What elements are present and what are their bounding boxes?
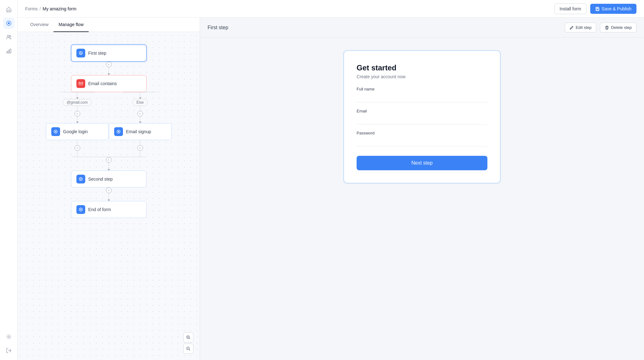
- flow-panel: Overview Manage flow First step: [18, 18, 200, 360]
- svg-point-17: [80, 178, 81, 180]
- save-publish-button[interactable]: Save & Publish: [590, 4, 636, 14]
- email-contains-icon: [76, 79, 85, 88]
- connector-2: [106, 157, 112, 171]
- svg-rect-6: [10, 49, 11, 53]
- logout-icon[interactable]: [3, 345, 14, 356]
- sidebar: [0, 0, 18, 360]
- line-1: [108, 67, 109, 74]
- second-step-label: Second step: [88, 177, 113, 182]
- svg-rect-8: [597, 7, 598, 8]
- gmail-branch-label[interactable]: @gmail.com: [63, 99, 92, 106]
- content-area: Overview Manage flow First step: [18, 18, 644, 360]
- breadcrumb-form-name: My amazing form: [43, 6, 76, 11]
- svg-rect-9: [596, 9, 599, 10]
- add-connector-1[interactable]: [106, 62, 112, 67]
- else-branch-label[interactable]: Else: [132, 99, 148, 106]
- svg-point-1: [8, 22, 10, 24]
- add-connector-right[interactable]: [137, 111, 143, 117]
- email-signup-label: Email signup: [126, 129, 151, 134]
- main-content: Forms / My amazing form Install form Sav…: [18, 0, 644, 360]
- first-step-label: First step: [88, 51, 107, 56]
- delete-step-button[interactable]: Delete step: [600, 23, 636, 32]
- email-contains-label: Email contains: [88, 81, 117, 86]
- step-title: First step: [208, 25, 228, 30]
- svg-point-13: [55, 131, 56, 132]
- form-card: Get started Create your account now Full…: [343, 50, 501, 183]
- google-login-label: Google login: [63, 129, 88, 134]
- branch-container: @gmail.com: [24, 92, 193, 157]
- flow-nodes: First step Email contains: [24, 45, 193, 218]
- tab-overview[interactable]: Overview: [25, 18, 53, 32]
- tab-manage-flow[interactable]: Manage flow: [53, 18, 88, 32]
- add-connector-left[interactable]: [75, 111, 80, 117]
- sidebar-forms[interactable]: [3, 18, 14, 29]
- svg-point-19: [80, 209, 81, 210]
- edit-icon: [569, 25, 574, 30]
- header-actions: Install form Save & Publish: [554, 3, 636, 14]
- zoom-out-button[interactable]: [183, 344, 193, 354]
- email-input[interactable]: [357, 115, 487, 124]
- edit-step-button[interactable]: Edit step: [565, 23, 597, 32]
- end-of-form-label: End of form: [88, 207, 111, 212]
- branch-arm-left: @gmail.com: [46, 92, 109, 157]
- branch-arm-right: Else: [109, 92, 172, 157]
- flow-node-first-step[interactable]: First step: [71, 45, 147, 62]
- connector-1: [106, 62, 112, 75]
- preview-actions: Edit step Delete step: [565, 23, 636, 32]
- svg-rect-5: [8, 50, 9, 53]
- next-step-button[interactable]: Next step: [357, 156, 487, 170]
- breadcrumb-separator: /: [40, 6, 41, 11]
- preview-header: First step Edit step Delete step: [200, 18, 644, 38]
- preview-content: Get started Create your account now Full…: [200, 38, 644, 360]
- flow-node-email-signup[interactable]: Email signup: [109, 123, 172, 140]
- svg-rect-4: [7, 52, 8, 53]
- full-name-label: Full name: [357, 87, 487, 91]
- save-icon: [595, 7, 600, 11]
- settings-icon[interactable]: [3, 331, 14, 342]
- install-form-button[interactable]: Install form: [554, 3, 586, 14]
- add-connector-right-2[interactable]: [137, 145, 143, 151]
- svg-point-2: [7, 35, 9, 37]
- email-signup-icon: [114, 127, 123, 136]
- password-label: Password: [357, 131, 487, 135]
- add-connector-left-2[interactable]: [75, 145, 80, 151]
- zoom-controls: [183, 332, 193, 354]
- password-field: Password: [357, 131, 487, 146]
- full-name-input[interactable]: [357, 93, 487, 102]
- zoom-in-button[interactable]: [183, 332, 193, 342]
- header: Forms / My amazing form Install form Sav…: [18, 0, 644, 18]
- flow-node-end-of-form[interactable]: End of form: [71, 201, 147, 218]
- breadcrumb-forms-link[interactable]: Forms: [25, 6, 38, 11]
- password-input[interactable]: [357, 137, 487, 146]
- preview-panel: First step Edit step Delete step Get sta…: [200, 18, 644, 360]
- sidebar-users[interactable]: [3, 31, 14, 43]
- flow-node-google-login[interactable]: Google login: [46, 123, 109, 140]
- breadcrumb: Forms / My amazing form: [25, 6, 76, 11]
- flow-node-email-contains[interactable]: Email contains: [71, 75, 147, 92]
- flow-tabs: Overview Manage flow: [18, 18, 200, 32]
- delete-step-label: Delete step: [611, 25, 632, 30]
- email-field: Email: [357, 109, 487, 124]
- edit-step-label: Edit step: [576, 25, 592, 30]
- svg-point-15: [118, 131, 119, 132]
- form-subtitle: Create your account now: [357, 74, 487, 79]
- flow-node-second-step[interactable]: Second step: [71, 171, 147, 188]
- svg-point-3: [9, 35, 11, 37]
- add-connector-2[interactable]: [106, 157, 112, 163]
- svg-point-7: [8, 336, 10, 338]
- first-step-icon: [76, 49, 85, 57]
- second-step-icon: [76, 175, 85, 183]
- flow-canvas[interactable]: First step Email contains: [18, 32, 200, 360]
- email-label: Email: [357, 109, 487, 113]
- delete-icon: [605, 25, 609, 30]
- sidebar-home[interactable]: [3, 4, 14, 15]
- full-name-field: Full name: [357, 87, 487, 102]
- google-login-icon: [51, 127, 60, 136]
- add-connector-3[interactable]: [106, 188, 112, 193]
- line-2: [108, 163, 109, 169]
- sidebar-charts[interactable]: [3, 45, 14, 57]
- form-title: Get started: [357, 63, 487, 72]
- svg-point-11: [80, 52, 81, 54]
- line-3: [108, 193, 109, 199]
- end-of-form-icon: [76, 205, 85, 214]
